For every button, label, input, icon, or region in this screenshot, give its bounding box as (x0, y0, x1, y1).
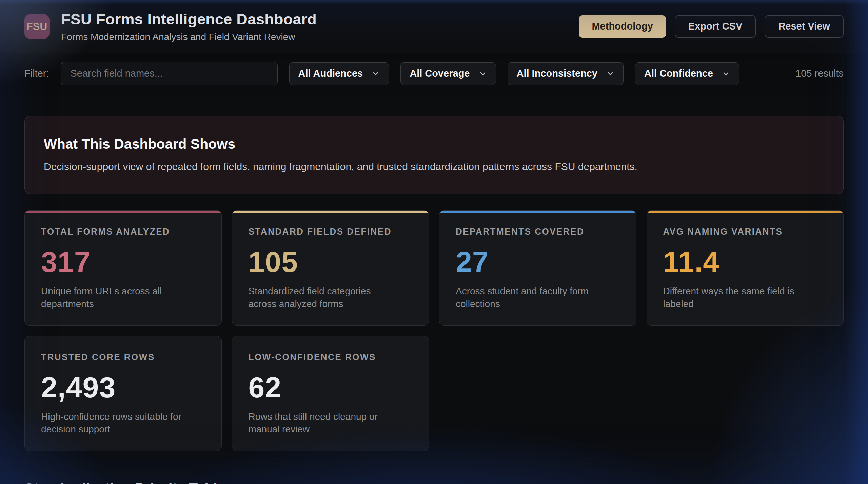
stat-description: Different ways the same field is labeled (663, 285, 814, 311)
inconsistency-select[interactable]: All Inconsistency (508, 62, 624, 85)
stat-card-total-forms: TOTAL FORMS ANALYZED 317 Unique form URL… (24, 210, 222, 326)
inconsistency-select-value: All Inconsistency (517, 68, 598, 79)
export-csv-button[interactable]: Export CSV (675, 15, 756, 38)
stat-accent-bar (25, 211, 221, 213)
stat-label: STANDARD FIELDS DEFINED (249, 226, 413, 237)
title-block: FSU Forms Intelligence Dashboard Forms M… (61, 11, 317, 42)
stat-accent-bar (232, 336, 429, 338)
filter-label: Filter: (24, 68, 49, 79)
stat-accent-bar (439, 211, 636, 213)
audience-select[interactable]: All Audiences (289, 62, 389, 85)
intro-card: What This Dashboard Shows Decision-suppo… (24, 116, 844, 194)
stat-card-naming-variants: AVG NAMING VARIANTS 11.4 Different ways … (647, 210, 844, 326)
fsu-logo-text: FSU (26, 21, 47, 32)
intro-body: Decision-support view of repeated form f… (44, 161, 824, 172)
stat-label: TOTAL FORMS ANALYZED (41, 226, 205, 237)
filter-bar: Filter: All Audiences All Coverage All I… (0, 53, 868, 94)
reset-view-button[interactable]: Reset View (765, 15, 844, 38)
methodology-button[interactable]: Methodology (579, 15, 666, 38)
stat-value: 62 (249, 371, 413, 404)
stat-accent-bar (25, 336, 221, 338)
stat-card-standard-fields: STANDARD FIELDS DEFINED 105 Standardized… (232, 210, 429, 326)
confidence-select[interactable]: All Confidence (635, 62, 739, 85)
fsu-logo: FSU (24, 14, 50, 39)
chevron-down-icon (722, 70, 730, 78)
stat-accent-bar (647, 211, 844, 213)
results-count: 105 results (795, 68, 844, 79)
page-subtitle: Forms Modernization Analysis and Field V… (61, 32, 317, 42)
table-section-head: Standardization Priority Table 105 field… (24, 480, 844, 484)
stat-description: Unique form URLs across all departments (41, 285, 192, 311)
audience-select-value: All Audiences (298, 68, 363, 79)
stat-card-trusted-rows: TRUSTED CORE ROWS 2,493 High-confidence … (24, 336, 222, 451)
search-input[interactable] (61, 62, 278, 85)
stats-grid: TOTAL FORMS ANALYZED 317 Unique form URL… (24, 210, 844, 451)
stat-value: 317 (41, 245, 205, 279)
coverage-select[interactable]: All Coverage (400, 62, 496, 85)
stat-value: 2,493 (41, 371, 205, 404)
stat-description: Rows that still need cleanup or manual r… (249, 410, 399, 436)
stat-label: TRUSTED CORE ROWS (41, 352, 205, 362)
intro-title: What This Dashboard Shows (44, 136, 824, 152)
stat-card-low-confidence-rows: LOW-CONFIDENCE ROWS 62 Rows that still n… (232, 336, 429, 451)
chevron-down-icon (606, 70, 614, 78)
stat-description: Standardized field categories across ana… (249, 285, 399, 311)
main-content: What This Dashboard Shows Decision-suppo… (0, 94, 868, 484)
stat-value: 27 (456, 245, 620, 279)
stat-value: 11.4 (663, 245, 827, 279)
confidence-select-value: All Confidence (644, 68, 713, 79)
app-header: FSU FSU Forms Intelligence Dashboard For… (0, 0, 868, 53)
chevron-down-icon (479, 70, 487, 78)
header-actions: Methodology Export CSV Reset View (579, 15, 844, 38)
chevron-down-icon (372, 70, 380, 78)
stat-description: High-confidence rows suitable for decisi… (41, 410, 192, 436)
stat-accent-bar (232, 211, 429, 213)
stat-label: AVG NAMING VARIANTS (663, 226, 827, 237)
stat-label: LOW-CONFIDENCE ROWS (249, 352, 413, 362)
stat-value: 105 (249, 245, 413, 279)
stat-card-departments: DEPARTMENTS COVERED 27 Across student an… (439, 210, 636, 326)
stat-description: Across student and faculty form collecti… (456, 285, 607, 311)
table-section-title: Standardization Priority Table (24, 480, 225, 484)
page-title: FSU Forms Intelligence Dashboard (61, 11, 317, 28)
stat-label: DEPARTMENTS COVERED (456, 226, 620, 237)
coverage-select-value: All Coverage (410, 68, 470, 79)
